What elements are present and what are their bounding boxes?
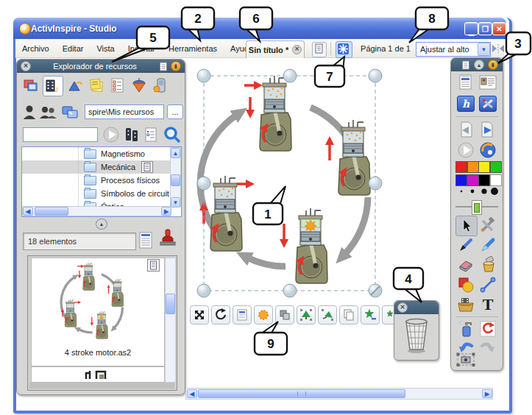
browse-button[interactable]: ... [167, 104, 183, 119]
resource-path-field[interactable]: spire\Mis recursos [85, 104, 164, 119]
canvas-horizontal-scrollbar[interactable]: ◀ ▶ [185, 388, 493, 400]
document-tab[interactable]: Sin título * ✕ [246, 40, 305, 58]
activity-resources-icon[interactable] [130, 76, 149, 95]
menu-insertar[interactable]: Insertar [121, 42, 162, 55]
increase-size-button[interactable] [361, 305, 380, 324]
preview-vscroll-thumb[interactable] [166, 294, 175, 314]
color-orange[interactable] [467, 161, 479, 173]
trash-bin[interactable] [394, 314, 439, 357]
computer-resources-icon[interactable] [61, 104, 82, 120]
scroll-left-icon[interactable]: ◀ [187, 389, 197, 398]
close-button[interactable]: ✕ [492, 22, 506, 35]
canvas-hscroll-thumb[interactable] [198, 389, 405, 398]
minimize-button[interactable]: ▁ [464, 22, 478, 35]
chevron-down-icon[interactable]: ▼ [478, 43, 490, 56]
collapse-panels-button[interactable] [492, 43, 505, 54]
width-slider[interactable] [455, 199, 498, 214]
tree-item-procesos-fisicos[interactable]: Procesos físicos [22, 174, 181, 187]
roll-up-icon[interactable]: ▲ [474, 60, 484, 70]
trash-close-icon[interactable]: ✕ [397, 302, 408, 313]
search-input[interactable] [23, 127, 98, 142]
menu-archivo[interactable]: Archivo [15, 42, 56, 55]
toolbox-header[interactable]: ▲ ▮ [451, 58, 503, 71]
text-tool-button[interactable]: T [478, 295, 498, 314]
tree-item-simbolos[interactable]: Símbolos de circuit [22, 187, 181, 200]
clear-page-button[interactable] [455, 319, 476, 338]
camera-button[interactable] [455, 350, 476, 369]
view-list-icon[interactable] [138, 231, 154, 250]
duplicate-button[interactable] [339, 305, 358, 324]
play-button[interactable] [102, 126, 120, 143]
connector-tool-button[interactable] [478, 275, 498, 294]
search-icon[interactable] [163, 125, 182, 144]
move-freely-button[interactable] [190, 305, 209, 324]
reset-button[interactable] [478, 141, 498, 160]
document-icon[interactable] [159, 62, 168, 71]
scroll-right-icon[interactable]: ▶ [161, 207, 171, 216]
color-magenta[interactable] [467, 174, 479, 186]
page-menu-button[interactable] [312, 42, 327, 57]
preview-vertical-scrollbar[interactable] [165, 258, 176, 383]
notes-resources-icon[interactable] [87, 76, 106, 95]
details-list-icon[interactable] [143, 127, 158, 143]
resource-browser-header[interactable]: ✕ Explorador de recursos ▮ [17, 60, 185, 73]
slider-handle[interactable] [472, 200, 482, 215]
resource-browser-close-icon[interactable]: ✕ [21, 61, 31, 71]
menu-vista[interactable]: Vista [90, 42, 121, 55]
tree-item-mecanica-selected[interactable]: Mecánica [22, 160, 181, 174]
document-badge-icon[interactable] [141, 161, 153, 173]
pin-icon[interactable]: ▮ [488, 60, 498, 70]
desktop-tools-palette-button[interactable] [478, 94, 498, 113]
person-resources-icon[interactable] [23, 104, 36, 120]
color-blue[interactable] [455, 174, 467, 186]
page-zoom-select[interactable]: Ajustar al alto ▼ [416, 42, 491, 57]
grouped-button[interactable] [275, 305, 294, 324]
annotate-desktop-button[interactable]: h [455, 94, 476, 113]
play-button[interactable] [455, 141, 476, 160]
tree-item-magnetismo[interactable]: Magnetismo [22, 147, 181, 160]
next-page-button[interactable] [478, 120, 498, 139]
document-icon[interactable] [461, 60, 470, 70]
menu-herramientas[interactable]: Herramientas [162, 42, 224, 55]
trash-palette-header[interactable]: ✕ [394, 301, 439, 314]
images-resources-icon[interactable] [21, 76, 40, 95]
redo-button[interactable] [478, 338, 498, 358]
scroll-down-icon[interactable]: ▼ [171, 197, 180, 208]
title-bar[interactable]: ActivInspire - Studio [13, 18, 506, 39]
previous-page-button[interactable] [455, 120, 476, 139]
bring-forward-button[interactable] [297, 305, 316, 324]
resource-item-selected[interactable]: 4 stroke motor.as2 [31, 258, 165, 366]
collapse-section-button[interactable]: ▲ [96, 219, 107, 230]
eraser-tool-button[interactable] [455, 255, 476, 274]
pen-width-options[interactable] [455, 186, 498, 196]
menu-editar[interactable]: Editar [56, 42, 91, 55]
shapes-tool-button[interactable] [455, 275, 476, 294]
resource-item-partial[interactable] [31, 366, 165, 383]
send-backward-button[interactable] [318, 305, 337, 324]
tree-horizontal-scrollbar[interactable]: ◀ ▶ [22, 206, 171, 216]
profile-button[interactable] [478, 73, 498, 92]
media-resources-icon[interactable]: ♪ [43, 76, 63, 96]
device-resources-icon[interactable] [151, 76, 170, 95]
pin-icon[interactable]: ▮ [171, 61, 181, 71]
tree-vertical-scrollbar[interactable]: ▲ ▼ [170, 147, 181, 207]
question-resources-icon[interactable] [108, 76, 127, 95]
shared-resources-icon[interactable] [39, 104, 58, 120]
scroll-right-icon[interactable]: ▶ [482, 389, 492, 398]
tree-vscroll-thumb[interactable] [171, 174, 180, 186]
main-menu-button[interactable] [455, 73, 476, 92]
tab-close-icon[interactable]: ✕ [292, 45, 302, 54]
fill-tool-button[interactable] [478, 255, 498, 274]
color-white[interactable] [490, 174, 502, 186]
color-green[interactable] [490, 161, 502, 173]
color-black[interactable] [478, 174, 490, 186]
color-yellow[interactable] [478, 161, 490, 173]
rotate-button[interactable] [211, 305, 230, 324]
document-badge-icon[interactable] [147, 259, 160, 272]
stamp-icon[interactable] [158, 229, 177, 249]
tree-hscroll-thumb[interactable] [35, 207, 68, 216]
insert-media-button[interactable] [455, 295, 476, 314]
blocks-icon[interactable] [124, 127, 139, 143]
highlighter-tool-button[interactable] [478, 235, 498, 255]
translucency-button[interactable] [254, 305, 273, 324]
